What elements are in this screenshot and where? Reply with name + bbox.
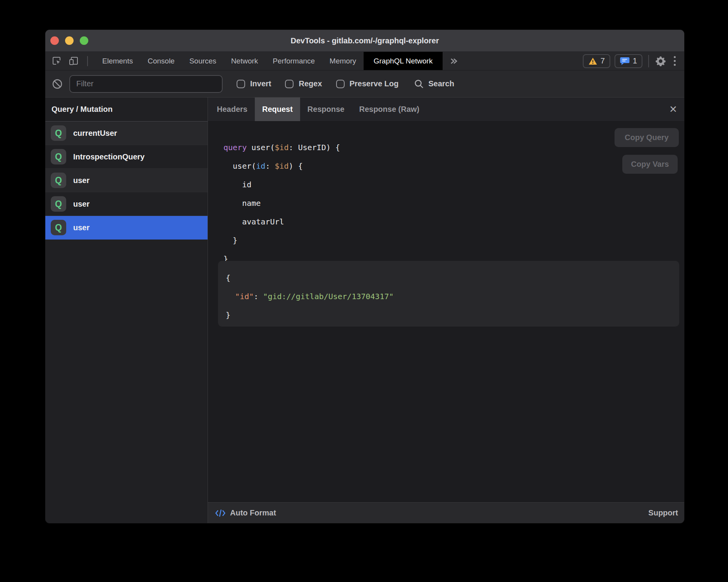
filter-input[interactable] <box>69 75 223 93</box>
query-list-item[interactable]: Q currentUser <box>45 122 208 145</box>
tab-memory[interactable]: Memory <box>322 52 364 70</box>
minimize-window-button[interactable] <box>65 36 74 45</box>
query-list-item[interactable]: Q user <box>45 192 208 216</box>
tab-network[interactable]: Network <box>224 52 266 70</box>
settings-gear-icon[interactable] <box>655 55 666 67</box>
devtools-toolbar: Elements Console Sources Network Perform… <box>45 52 684 70</box>
filter-bar: Invert Regex Preserve Log Search <box>45 70 684 98</box>
preserve-log-label: Preserve Log <box>350 79 399 88</box>
warning-icon <box>588 57 598 65</box>
query-list-item-selected[interactable]: Q user <box>45 216 208 240</box>
window-title: DevTools - gitlab.com/-/graphql-explorer <box>290 36 439 45</box>
tab-response[interactable]: Response <box>300 98 352 121</box>
tab-response-raw[interactable]: Response (Raw) <box>352 98 427 121</box>
copy-query-button[interactable]: Copy Query <box>615 128 679 147</box>
regex-checkbox[interactable] <box>285 80 294 88</box>
warnings-badge[interactable]: 7 <box>583 54 610 68</box>
detail-tabs: Headers Request Response Response (Raw) … <box>208 98 684 122</box>
traffic-lights <box>50 36 88 45</box>
preserve-log-checkbox[interactable] <box>336 80 345 88</box>
tab-headers[interactable]: Headers <box>209 98 255 121</box>
detail-footer: Auto Format Support <box>208 502 684 523</box>
query-type-badge: Q <box>51 220 66 235</box>
query-type-badge: Q <box>51 125 66 141</box>
inspect-element-icon[interactable] <box>51 55 62 67</box>
message-count: 1 <box>633 56 637 65</box>
query-type-badge: Q <box>51 173 66 188</box>
query-list-header: Query / Mutation <box>45 98 208 122</box>
toolbar-divider <box>87 56 88 66</box>
kebab-menu-icon[interactable] <box>671 56 679 66</box>
query-list-item[interactable]: Q user <box>45 169 208 192</box>
query-list-panel: Query / Mutation Q currentUser Q Introsp… <box>45 98 208 523</box>
toolbar-divider <box>648 55 649 67</box>
warning-count: 7 <box>601 56 605 65</box>
query-name: IntrospectionQuery <box>73 152 144 161</box>
query-name: currentUser <box>73 129 117 138</box>
invert-checkbox[interactable] <box>237 80 245 88</box>
request-detail-panel: Headers Request Response Response (Raw) … <box>208 98 684 523</box>
close-detail-icon[interactable]: ✕ <box>669 104 677 114</box>
copy-vars-button[interactable]: Copy Vars <box>622 155 678 174</box>
support-link[interactable]: Support <box>648 508 678 517</box>
title-bar: DevTools - gitlab.com/-/graphql-explorer <box>45 30 684 52</box>
search-icon <box>414 79 424 89</box>
preserve-log-checkbox-group: Preserve Log <box>336 79 399 88</box>
devtools-window: DevTools - gitlab.com/-/graphql-explorer… <box>45 30 684 523</box>
tab-performance[interactable]: Performance <box>265 52 322 70</box>
search-label: Search <box>428 79 454 88</box>
tab-request[interactable]: Request <box>255 98 300 121</box>
device-toolbar-icon[interactable] <box>68 55 79 67</box>
close-window-button[interactable] <box>50 36 59 45</box>
search-control[interactable]: Search <box>414 79 454 89</box>
tab-elements[interactable]: Elements <box>95 52 140 70</box>
request-content: query user($id: UserID) { user(id: $id) … <box>208 122 684 502</box>
invert-checkbox-group: Invert <box>237 79 271 88</box>
clear-filter-icon[interactable] <box>52 78 63 90</box>
query-name: user <box>73 176 89 185</box>
tab-console[interactable]: Console <box>140 52 182 70</box>
query-name: user <box>73 223 89 232</box>
message-icon <box>620 56 630 65</box>
tab-graphql-network[interactable]: GraphQL Network <box>364 52 443 70</box>
query-list-item[interactable]: Q IntrospectionQuery <box>45 145 208 169</box>
tab-sources[interactable]: Sources <box>182 52 224 70</box>
issues-badge[interactable]: 1 <box>615 54 642 68</box>
graphql-query-code: query user($id: UserID) { user(id: $id) … <box>223 138 340 268</box>
auto-format-label: Auto Format <box>230 508 276 517</box>
regex-checkbox-group: Regex <box>285 79 322 88</box>
more-tabs-icon[interactable] <box>449 57 458 65</box>
query-type-badge: Q <box>51 149 66 164</box>
code-icon <box>215 508 226 518</box>
regex-label: Regex <box>299 79 322 88</box>
auto-format-button[interactable]: Auto Format <box>215 508 276 518</box>
variables-box: { "id": "gid://gitlab/User/13704317"} <box>218 261 679 327</box>
query-type-badge: Q <box>51 196 66 212</box>
query-name: user <box>73 200 89 209</box>
zoom-window-button[interactable] <box>80 36 88 45</box>
invert-label: Invert <box>250 79 271 88</box>
